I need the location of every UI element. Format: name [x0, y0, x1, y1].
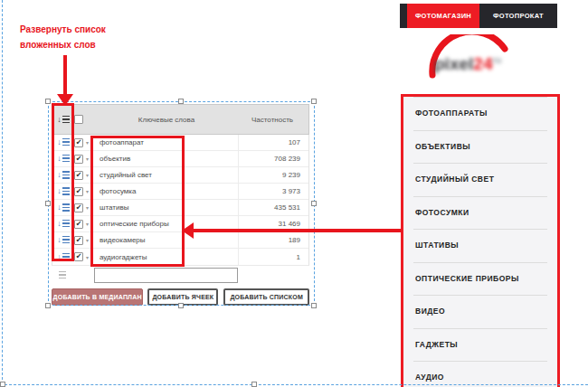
menu-divider	[413, 163, 547, 164]
selection-handle[interactable]	[311, 303, 317, 308]
menu-item[interactable]: ГАДЖЕТЫ	[403, 328, 557, 362]
outer-selection-left-edge[interactable]	[2, 0, 3, 384]
menu-item-label: СТУДИЙНЫЙ СВЕТ	[415, 175, 494, 184]
annotation-arrow-down	[63, 55, 67, 95]
annotation-note: Развернуть список вложенных слов	[20, 22, 106, 52]
menu-item-label: АУДИО	[415, 373, 444, 382]
annotation-arrow-down-head	[57, 94, 73, 106]
site-navbar: ФОТОМАГАЗИН ФОТОПРОКАТ	[400, 4, 557, 28]
menu-divider	[413, 328, 547, 329]
outer-selection-bottom-edge[interactable]	[0, 384, 588, 385]
tab-fotoprokat[interactable]: ФОТОПРОКАТ	[479, 4, 557, 28]
menu-item[interactable]: СТУДИЙНЫЙ СВЕТ	[403, 163, 557, 196]
annotation-arrow-left-head	[182, 222, 194, 239]
menu-item[interactable]: ШТАТИВЫ	[403, 229, 557, 262]
selection-handle[interactable]	[178, 303, 184, 308]
site-category-menu: ФОТОАППАРАТЫ ОБЪЕКТИВЫ СТУДИЙНЫЙ СВЕТ ФО…	[401, 94, 560, 387]
menu-item-label: ШТАТИВЫ	[415, 241, 459, 250]
selection-handle[interactable]	[0, 382, 5, 387]
menu-item-label: ВИДЕО	[415, 307, 445, 316]
annotation-rect-icon-column	[52, 103, 74, 261]
menu-item[interactable]: ФОТОАППАРАТЫ	[403, 97, 557, 130]
screenshot-canvas: ↓ Ключевые слова Частотность ↓ ✔	[0, 0, 588, 387]
selection-handle[interactable]	[45, 99, 51, 104]
menu-divider	[413, 295, 547, 296]
menu-item[interactable]: ОПТИЧЕСКИЕ ПРИБОРЫ	[403, 262, 557, 296]
selection-handle[interactable]	[311, 99, 317, 104]
menu-item[interactable]: ФОТОСУМКИ	[403, 196, 557, 230]
menu-item-label: ФОТОАППАРАТЫ	[415, 109, 488, 118]
selection-handle[interactable]	[311, 201, 317, 206]
site-logo: pixel24ru	[423, 34, 550, 92]
menu-divider	[413, 229, 547, 230]
menu-divider	[413, 130, 547, 131]
menu-item-label: ФОТОСУМКИ	[415, 208, 469, 217]
menu-item-label: ОПТИЧЕСКИЕ ПРИБОРЫ	[415, 274, 519, 283]
selection-handle[interactable]	[45, 303, 51, 308]
selection-handle[interactable]	[45, 201, 51, 206]
menu-item-label: ОБЪЕКТИВЫ	[415, 142, 470, 151]
menu-item[interactable]: ОБЪЕКТИВЫ	[403, 130, 557, 164]
menu-item[interactable]: ВИДЕО	[403, 295, 557, 328]
annotation-rect-keywords	[90, 136, 185, 267]
menu-divider	[413, 361, 547, 362]
menu-item[interactable]: АУДИО	[403, 361, 557, 387]
selection-handle[interactable]	[251, 382, 257, 387]
annotation-arrow-left	[193, 229, 402, 232]
logo-text: pixel24ru	[434, 54, 501, 74]
selection-handle[interactable]	[178, 99, 184, 104]
menu-item-label: ГАДЖЕТЫ	[415, 340, 458, 349]
menu-divider	[413, 262, 547, 263]
tab-fotomagazin[interactable]: ФОТОМАГАЗИН	[407, 4, 479, 28]
menu-divider	[413, 196, 547, 197]
menu-divider	[413, 97, 547, 98]
